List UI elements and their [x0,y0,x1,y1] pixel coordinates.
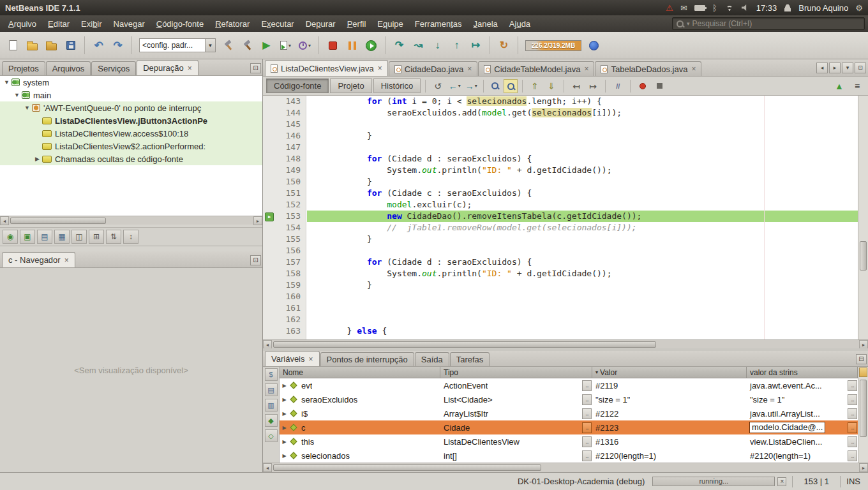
tree-node-listadeclientesview-jbutton3ac[interactable]: ListaDeClientesView.jButton3ActionPe [0,114,262,127]
tree-node-main[interactable]: ▼main [0,89,262,101]
finish-debugger-button[interactable] [324,37,341,54]
code-line[interactable]: } [307,279,858,291]
tab-arquivos[interactable]: Arquivos [46,61,91,75]
variable-row-this[interactable]: ▶thisListaDeClientesView...#1316view.Lis… [280,434,858,449]
code-line[interactable] [307,119,858,130]
ellipsis-button[interactable]: ... [582,422,592,433]
show-special-vars-icon[interactable]: $ [265,368,278,381]
search-dropdown-arrow[interactable]: ▾ [687,20,690,27]
debug-lock-view-icon[interactable]: ◫ [71,230,87,244]
code-line[interactable]: } [307,176,858,188]
scroll-right-icon[interactable]: ▸ [859,340,868,349]
menu-depurar[interactable]: Depurar [300,15,341,32]
close-icon[interactable]: × [467,65,472,73]
profile-dropdown-arrow[interactable]: ▾ [308,43,311,48]
minimize-window-icon[interactable]: ⊟ [856,354,867,364]
gutter-line[interactable]: 144 [263,107,306,119]
run-to-cursor-button[interactable]: ↦ [467,37,484,54]
comment-button[interactable]: // [610,79,625,93]
gutter-line[interactable]: 151 [263,188,306,199]
ellipsis-button[interactable]: ... [848,394,857,405]
run-button[interactable]: ▶ [258,37,275,54]
tree-node-chamadas-ocultas-de-codigo-fon[interactable]: ▶Chamadas ocultas de código-fonte [0,152,262,165]
ellipsis-button[interactable]: ... [848,380,857,391]
expander-icon[interactable]: ▼ [3,79,11,85]
menu-exibir[interactable]: Exibir [75,15,108,32]
next-bookmark-button[interactable]: ⇓ [544,79,559,93]
scrollbar-thumb[interactable] [860,380,867,437]
code-line[interactable] [307,142,858,153]
scrollbar-thumb[interactable] [10,218,106,224]
column-header-valor[interactable]: ▾Valor [592,367,747,378]
profiler-monitor-button[interactable] [585,37,602,54]
apply-code-changes-button[interactable]: ↻ [495,37,513,54]
expander-icon[interactable]: ▶ [281,439,288,445]
new-project-button[interactable] [24,37,41,54]
ellipsis-button[interactable]: ... [582,394,592,405]
debug-grid-view-icon[interactable]: ⊞ [89,230,104,244]
memory-indicator[interactable]: 226.2/319.2MB [525,40,581,51]
warning-icon[interactable]: ⚠ [666,4,673,12]
tab-depuracao[interactable]: Depuração× [137,60,198,75]
scrollbar-thumb[interactable] [860,241,867,271]
code-line[interactable] [307,291,858,302]
code-line[interactable]: new CidadeDao().removeItensTabela(c.getI… [307,211,858,222]
gutter-line[interactable]: 148 [263,153,306,165]
gutter-line[interactable]: 159 [263,279,306,291]
variable-row-selecionados[interactable]: ▶selecionadosint[]...#2120(length=1)#212… [280,449,858,463]
evaluate-expression-icon[interactable]: ◇ [265,429,278,442]
menu-executar[interactable]: Executar [255,15,299,32]
gutter-line[interactable]: 156 [263,245,306,256]
shift-left-button[interactable]: ↤ [569,79,584,93]
scroll-right-icon[interactable]: ▸ [253,216,262,225]
gutter-line[interactable]: 146 [263,130,306,142]
ellipsis-button[interactable]: ... [848,450,857,461]
sort-descending-icon[interactable]: ↕ [123,230,138,244]
mail-icon[interactable]: ✉ [680,4,687,12]
scroll-tabs-left-icon[interactable]: ◂ [816,63,828,73]
tree-horizontal-scrollbar[interactable]: ◂ ▸ [0,216,262,225]
tree-node-listadeclientesview-access-100[interactable]: ListaDeClientesView.access$100:18 [0,127,262,140]
progress-bar[interactable]: running... [652,477,775,486]
expander-icon[interactable]: ▼ [13,92,21,98]
add-watch-icon[interactable]: ▥ [265,399,278,412]
build-button[interactable] [220,37,237,54]
code-line[interactable]: model.excluir(c); [307,199,858,211]
tab-pontos-de-interrupcao[interactable]: Pontos de interrupção [320,352,414,366]
menu-perfil[interactable]: Perfil [341,15,372,32]
maximize-window-icon[interactable]: ⊡ [855,63,866,73]
expander-icon[interactable]: ▶ [281,453,288,459]
wifi-icon[interactable] [724,4,735,11]
menu-refatorar[interactable]: Refatorar [209,15,255,32]
code-line[interactable] [307,245,858,256]
code-line[interactable]: } [307,234,858,245]
code-line[interactable]: seraoExcluidos.add(model.get(selecionado… [307,107,858,119]
menu-navegar[interactable]: Navegar [108,15,151,32]
code-line[interactable]: } else { [307,325,858,337]
view-tab-codigo-fonte[interactable]: Código-fonte [266,78,329,93]
scrollbar-thumb[interactable] [273,464,541,471]
ellipsis-button[interactable]: ... [582,408,592,419]
variables-vertical-scrollbar[interactable] [858,367,868,463]
tab-tabeladedados-java[interactable]: TabelaDeDados.java× [595,61,701,76]
versioning-diff-button[interactable]: ▲ [832,79,847,93]
tab-servicos[interactable]: Serviços [91,61,136,75]
redo-button[interactable]: ↷ [109,37,126,54]
gutter-line[interactable]: 145 [263,119,306,130]
code-line[interactable] [307,302,858,314]
gutter-line[interactable]: 163 [263,325,306,337]
gutter-line[interactable]: 155 [263,234,306,245]
code-line[interactable]: for (Cidade d : seraoExcluidos) { [307,256,858,268]
code-line[interactable]: } [307,130,858,142]
view-tab-projeto[interactable]: Projeto [330,78,371,93]
editor-vertical-scrollbar[interactable] [858,96,868,339]
step-over-expression-button[interactable]: ↝ [410,37,427,54]
undo-button[interactable]: ↶ [90,37,107,54]
close-icon[interactable]: × [64,256,69,264]
tab-projetos[interactable]: Projetos [2,61,45,75]
debug-callstack-icon[interactable]: ▤ [37,230,52,244]
ellipsis-button[interactable]: ... [848,436,857,447]
menu-equipe[interactable]: Equipe [371,15,408,32]
float-window-icon[interactable]: ⊡ [250,255,261,265]
menu-editar[interactable]: Editar [42,15,75,32]
